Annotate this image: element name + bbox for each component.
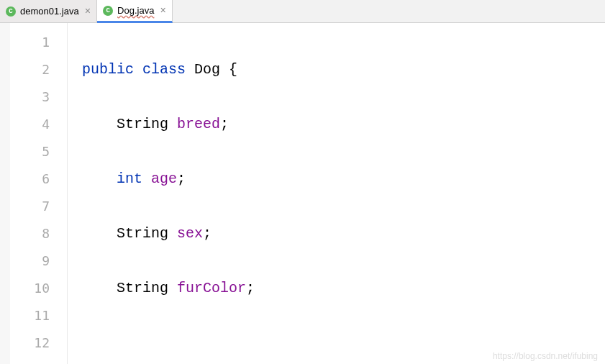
line-number: 1 — [0, 29, 67, 56]
code-line: String breed; — [82, 111, 605, 138]
line-number: 10 — [0, 275, 67, 302]
line-number: 12 — [0, 329, 67, 357]
tab-label: demon01.java — [20, 6, 79, 17]
line-number: 8 — [0, 220, 67, 247]
line-number: 4 — [0, 111, 67, 138]
line-number: 5 — [0, 138, 67, 165]
line-number: 11 — [0, 302, 67, 329]
java-class-icon: C — [103, 6, 113, 16]
gutter: 1 2 3 4 5 6 7 8 9 10 11 12 — [0, 23, 68, 364]
line-number: 2 — [0, 56, 67, 83]
java-class-icon: C — [6, 6, 16, 17]
code-line: public class Dog { — [82, 56, 605, 83]
editor-area: 1 2 3 4 5 6 7 8 9 10 11 12 public class … — [0, 23, 605, 364]
line-number: 3 — [0, 83, 67, 111]
code-line: String furColor; — [82, 275, 605, 302]
code-line: int age; — [82, 165, 605, 193]
tab-bar: C demon01.java × C Dog.java × — [0, 0, 605, 23]
tab-dog[interactable]: C Dog.java × — [97, 0, 173, 23]
tab-label: Dog.java — [117, 5, 154, 16]
line-number: 6 — [0, 165, 67, 193]
close-icon[interactable]: × — [85, 6, 91, 17]
line-number: 7 — [0, 193, 67, 220]
code-line: String sex; — [82, 220, 605, 247]
watermark: https://blog.csdn.net/ifubing — [493, 351, 598, 361]
line-number: 9 — [0, 247, 67, 275]
close-icon[interactable]: × — [160, 6, 165, 16]
code-content[interactable]: public class Dog { String breed; int age… — [68, 23, 605, 364]
tab-demon01[interactable]: C demon01.java × — [0, 0, 97, 22]
